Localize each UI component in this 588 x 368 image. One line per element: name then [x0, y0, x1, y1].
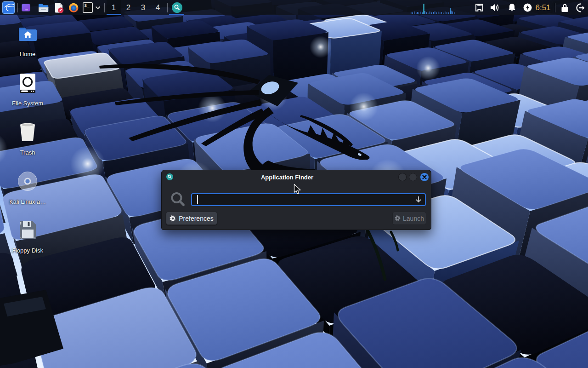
- svg-text:$_: $_: [85, 4, 90, 8]
